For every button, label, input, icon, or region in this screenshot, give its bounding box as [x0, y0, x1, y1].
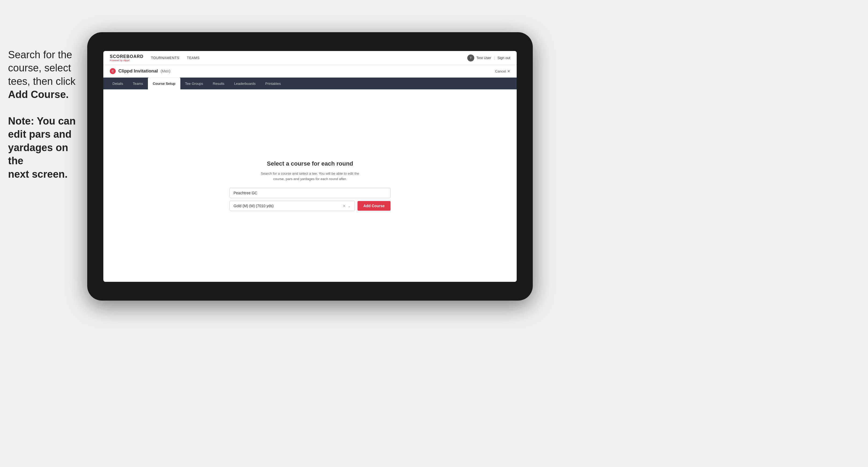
tournament-title: C Clippd Invitational (Men): [110, 68, 170, 74]
tournament-gender: (Men): [160, 69, 170, 73]
pipe-divider: |: [494, 56, 495, 60]
cancel-button[interactable]: Cancel ✕: [495, 69, 510, 73]
logo-area: SCOREBOARD Powered by clippd: [110, 54, 144, 62]
tournament-icon: C: [110, 68, 116, 74]
tab-leaderboards[interactable]: Leaderboards: [229, 77, 260, 89]
cancel-label: Cancel: [495, 69, 506, 73]
tab-printables[interactable]: Printables: [260, 77, 286, 89]
annotation-cta: Add Course.: [8, 89, 69, 100]
annotation-note1: Note: You canedit pars andyardages on th…: [8, 116, 76, 180]
sign-out-link[interactable]: Sign out: [497, 56, 510, 60]
subtitle-line1: Search for a course and select a tee. Yo…: [261, 172, 359, 176]
tab-results[interactable]: Results: [208, 77, 229, 89]
logo-text: SCOREBOARD: [110, 54, 144, 59]
card-subtitle: Search for a course and select a tee. Yo…: [261, 171, 359, 181]
annotation-line1: Search for thecourse, selecttees, then c…: [8, 48, 86, 101]
tab-details[interactable]: Details: [107, 77, 128, 89]
user-avatar: T: [467, 55, 474, 61]
nav-tournaments[interactable]: TOURNAMENTS: [151, 56, 180, 60]
tab-course-setup[interactable]: Course Setup: [148, 77, 180, 89]
tee-controls: ✕ ⌄: [343, 204, 351, 208]
clear-icon[interactable]: ✕: [343, 204, 346, 208]
main-content: Select a course for each round Search fo…: [103, 89, 517, 282]
tab-nav: Details Teams Course Setup Tee Groups Re…: [103, 77, 517, 89]
logo-sub: Powered by clippd: [110, 59, 144, 62]
course-search-input[interactable]: [229, 188, 391, 198]
tournament-header: C Clippd Invitational (Men) Cancel ✕: [103, 65, 517, 77]
top-nav-right: T Test User | Sign out: [467, 55, 510, 61]
subtitle-line2: course, pars and yardages for each round…: [273, 177, 347, 181]
tab-tee-groups[interactable]: Tee Groups: [180, 77, 208, 89]
tee-select[interactable]: Gold (M) (M) (7010 yds) ✕ ⌄: [229, 201, 355, 211]
card-title: Select a course for each round: [267, 160, 353, 167]
tee-value: Gold (M) (M) (7010 yds): [234, 204, 343, 208]
nav-links: TOURNAMENTS TEAMS: [151, 56, 467, 60]
tournament-name: Clippd Invitational: [118, 68, 158, 74]
annotation-note: Note: You canedit pars andyardages on th…: [8, 115, 86, 181]
chevron-icon[interactable]: ⌄: [348, 204, 351, 208]
user-name: Test User: [476, 56, 491, 60]
tee-select-row: Gold (M) (M) (7010 yds) ✕ ⌄ Add Course: [229, 201, 391, 211]
tablet-screen: SCOREBOARD Powered by clippd TOURNAMENTS…: [103, 51, 517, 282]
annotation-block: Search for thecourse, selecttees, then c…: [8, 48, 86, 181]
top-nav: SCOREBOARD Powered by clippd TOURNAMENTS…: [103, 51, 517, 65]
tab-teams[interactable]: Teams: [128, 77, 148, 89]
course-card: Select a course for each round Search fo…: [229, 160, 391, 211]
tablet-device: SCOREBOARD Powered by clippd TOURNAMENTS…: [87, 32, 533, 301]
add-course-button[interactable]: Add Course: [358, 201, 391, 211]
cancel-icon: ✕: [507, 69, 510, 73]
nav-teams[interactable]: TEAMS: [187, 56, 199, 60]
